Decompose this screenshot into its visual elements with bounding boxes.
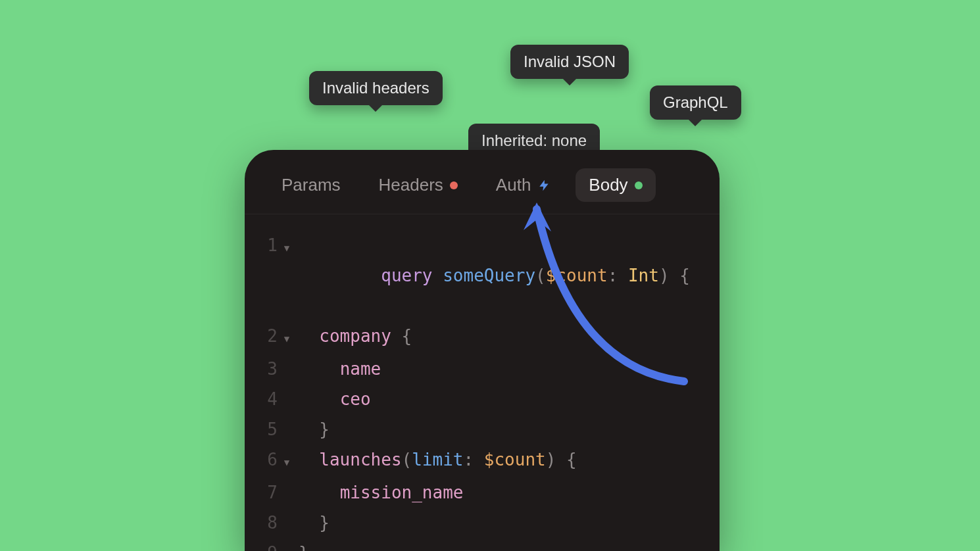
status-dot-icon bbox=[635, 181, 643, 189]
code-line: 6 ▼ launches(limit: $count) { bbox=[258, 444, 706, 477]
code-line: 4 ceo bbox=[258, 384, 706, 414]
line-number: 1 bbox=[258, 230, 278, 260]
line-number: 6 bbox=[258, 444, 278, 475]
fold-toggle-icon[interactable]: ▼ bbox=[280, 233, 293, 263]
tooltip-invalid-json: Invalid JSON bbox=[510, 45, 629, 79]
bolt-icon bbox=[537, 177, 551, 194]
tab-params[interactable]: Params bbox=[268, 168, 354, 202]
tab-headers-label: Headers bbox=[379, 175, 443, 195]
code-line: 3 name bbox=[258, 354, 706, 384]
code-line: 7 mission_name bbox=[258, 477, 706, 508]
line-number: 7 bbox=[258, 477, 278, 508]
request-tabs: Params Headers Auth Body bbox=[245, 150, 720, 214]
tab-body[interactable]: Body bbox=[576, 168, 655, 202]
line-number: 2 bbox=[258, 321, 278, 351]
status-dot-icon bbox=[450, 181, 458, 189]
code-line: 9 } bbox=[258, 538, 706, 551]
tooltip-graphql: GraphQL bbox=[650, 85, 741, 120]
tab-auth[interactable]: Auth bbox=[483, 168, 564, 202]
line-number: 9 bbox=[258, 538, 278, 551]
tooltip-invalid-headers: Invalid headers bbox=[309, 71, 443, 105]
tab-params-label: Params bbox=[282, 175, 341, 195]
code-line: 2 ▼ company { bbox=[258, 321, 706, 354]
code-line: 1 ▼ query someQuery($count: Int) { bbox=[258, 230, 706, 321]
code-editor[interactable]: 1 ▼ query someQuery($count: Int) { 2 ▼ c… bbox=[245, 214, 720, 551]
code-line: 8 } bbox=[258, 508, 706, 538]
line-number: 5 bbox=[258, 414, 278, 444]
fold-toggle-icon[interactable]: ▼ bbox=[280, 447, 293, 477]
request-panel: Params Headers Auth Body 1 ▼ query someQ… bbox=[245, 150, 720, 551]
line-number: 4 bbox=[258, 384, 278, 414]
code-line: 5 } bbox=[258, 414, 706, 444]
tab-body-label: Body bbox=[589, 175, 627, 195]
line-number: 3 bbox=[258, 354, 278, 384]
fold-toggle-icon[interactable]: ▼ bbox=[280, 323, 293, 354]
tab-auth-label: Auth bbox=[496, 175, 531, 195]
line-number: 8 bbox=[258, 508, 278, 538]
tab-headers[interactable]: Headers bbox=[366, 168, 471, 202]
